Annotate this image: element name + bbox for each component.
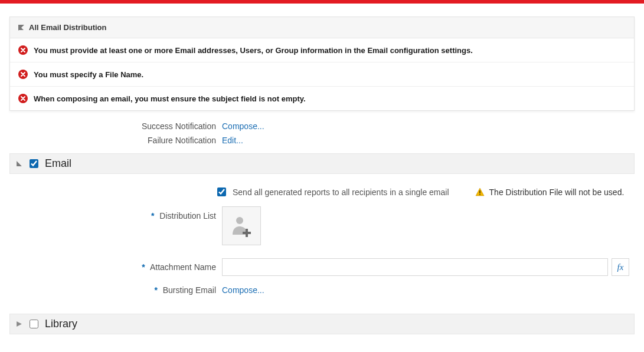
error-icon: [18, 70, 28, 79]
attachment-name-input[interactable]: [222, 258, 608, 276]
send-all-row: Send all generated reports to all recipi…: [9, 186, 635, 198]
distribution-list-row: * Distribution List: [9, 204, 635, 248]
error-text: You must specify a File Name.: [34, 70, 143, 79]
library-section-checkbox[interactable]: [30, 320, 38, 328]
error-summary-title: All Email Distribution: [29, 23, 106, 32]
add-distribution-list-button[interactable]: [222, 206, 261, 245]
error-icon: [18, 94, 28, 103]
send-all-label: Send all generated reports to all recipi…: [233, 187, 449, 197]
failure-notification-label: Failure Notification: [9, 136, 222, 145]
email-section-checkbox[interactable]: [30, 159, 38, 168]
page-container: All Email Distribution You must provide …: [0, 17, 644, 334]
library-section-title: Library: [45, 318, 77, 330]
error-summary-header[interactable]: All Email Distribution: [10, 17, 634, 38]
email-section-body: Send all generated reports to all recipi…: [9, 174, 635, 308]
bursting-email-compose-link[interactable]: Compose...: [222, 285, 264, 295]
attachment-name-fx-button[interactable]: fx: [612, 258, 629, 276]
notification-area: Success Notification Compose... Failure …: [9, 119, 635, 147]
failure-notification-edit-link[interactable]: Edit...: [222, 136, 243, 145]
email-section-header[interactable]: Email: [9, 153, 635, 174]
library-section-header[interactable]: Library: [9, 314, 635, 334]
send-all-checkbox[interactable]: [217, 187, 226, 196]
svg-point-5: [236, 217, 243, 224]
attachment-name-label-text: Attachment Name: [150, 262, 216, 272]
svg-rect-7: [243, 232, 251, 234]
svg-rect-4: [479, 194, 480, 195]
add-person-icon: [229, 213, 254, 238]
distribution-list-label-text: Distribution List: [159, 211, 216, 221]
distribution-list-label: * Distribution List: [9, 206, 222, 221]
top-accent-bar: [0, 0, 644, 4]
required-indicator: *: [151, 211, 154, 221]
error-row: When composing an email, you must ensure…: [10, 87, 634, 110]
error-row: You must provide at least one or more Em…: [10, 38, 634, 62]
bursting-email-row: * Bursting Email Compose...: [9, 283, 635, 297]
bursting-email-label: * Bursting Email: [9, 285, 222, 295]
success-notification-label: Success Notification: [9, 121, 222, 131]
error-text: When composing an email, you must ensure…: [34, 94, 306, 103]
success-notification-row: Success Notification Compose...: [9, 119, 635, 133]
warning-icon: [475, 187, 485, 197]
error-icon: [18, 45, 28, 55]
failure-notification-row: Failure Notification Edit...: [9, 133, 635, 147]
bursting-email-label-text: Bursting Email: [163, 285, 216, 295]
svg-rect-3: [479, 190, 480, 193]
required-indicator: *: [154, 285, 157, 295]
error-row: You must specify a File Name.: [10, 62, 634, 87]
chevron-right-icon: [16, 321, 22, 327]
fx-icon: fx: [617, 262, 624, 272]
chevron-down-icon: [16, 160, 22, 167]
required-indicator: *: [142, 262, 145, 272]
error-summary-panel: All Email Distribution You must provide …: [9, 17, 635, 111]
success-notification-compose-link[interactable]: Compose...: [222, 121, 264, 131]
attachment-name-row: * Attachment Name fx: [9, 256, 635, 278]
chevron-down-icon: [18, 25, 24, 31]
error-text: You must provide at least one or more Em…: [34, 46, 473, 55]
distribution-file-warning-text: The Distribution File will not be used.: [489, 187, 625, 197]
attachment-name-label: * Attachment Name: [9, 262, 222, 272]
distribution-file-warning: The Distribution File will not be used.: [475, 187, 625, 197]
email-section-title: Email: [45, 157, 71, 170]
